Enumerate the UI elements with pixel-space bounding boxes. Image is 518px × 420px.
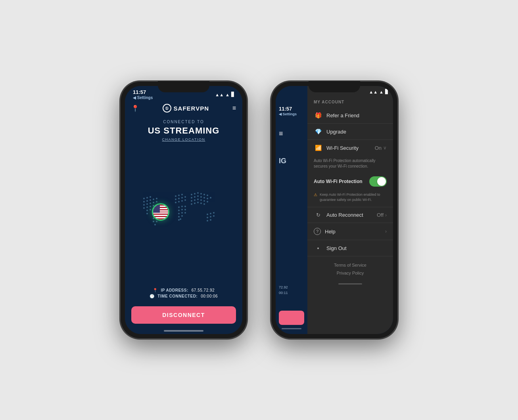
upgrade-icon: 💎 (314, 128, 322, 135)
svg-point-15 (150, 206, 151, 207)
svg-point-80 (207, 217, 208, 218)
svg-point-73 (194, 202, 196, 204)
svg-point-45 (184, 209, 186, 210)
left-phone: 11:57 ◀ Settings ▲▲ ▲ ▊ 📍 ① SAFERVPN ≡ (120, 81, 247, 339)
ip-row: 📍 IP ADDRESS: 67.55.72.92 (137, 288, 230, 292)
svg-point-47 (181, 212, 183, 214)
svg-point-37 (178, 201, 180, 202)
svg-point-77 (207, 214, 208, 215)
left-home-indicator (282, 328, 301, 329)
svg-point-8 (143, 204, 145, 206)
back-label-left[interactable]: ◀ Settings (133, 95, 153, 100)
privacy-link[interactable]: Privacy Policy (314, 271, 387, 275)
svg-point-84 (210, 219, 211, 221)
logo-area: ① SAFERVPN (163, 104, 209, 113)
left-status-bar: 11:57 ◀ Settings (276, 106, 307, 118)
disconnect-button[interactable]: DISCONNECT (131, 306, 236, 324)
svg-point-3 (143, 201, 145, 202)
flag-pin-usa (152, 203, 169, 221)
svg-point-30 (178, 195, 180, 196)
svg-point-46 (178, 213, 180, 214)
svg-point-48 (184, 212, 186, 214)
refer-icon: 🎁 (314, 112, 322, 118)
svg-point-29 (175, 195, 177, 197)
svg-point-27 (156, 221, 157, 222)
svg-point-65 (210, 197, 211, 199)
footer-links: Terms of Service Privacy Policy (307, 256, 393, 282)
svg-point-39 (184, 199, 186, 201)
svg-point-57 (203, 194, 205, 195)
menu-item-upgrade[interactable]: 💎 Upgrade (307, 124, 393, 140)
world-map (132, 187, 235, 242)
menu-item-refer[interactable]: 🎁 Refer a Friend (307, 107, 393, 124)
menu-item-signout[interactable]: ▪ Sign Out (307, 240, 393, 256)
wifi-security-row[interactable]: 📶 Wi-Fi Security On ∨ (307, 140, 393, 156)
svg-point-66 (191, 200, 192, 202)
svg-point-36 (175, 202, 177, 203)
svg-point-76 (203, 203, 205, 205)
left-back[interactable]: ◀ Settings (279, 112, 297, 116)
help-arrow: › (385, 229, 387, 234)
svg-point-35 (184, 196, 186, 198)
left-time: 11:57 (279, 106, 292, 112)
flag-canton (153, 204, 160, 213)
svg-point-54 (194, 193, 196, 195)
svg-point-41 (181, 206, 183, 207)
menu-item-auto-reconnect[interactable]: ↻ Auto Reconnect Off › (307, 207, 393, 223)
auto-wifi-toggle[interactable] (369, 176, 387, 187)
left-partial-text: IG (276, 141, 307, 168)
left-panel: 11:57 ◀ Settings ≡ IG 72.92 00:11 (276, 86, 307, 334)
location-icon[interactable]: 📍 (131, 105, 139, 112)
svg-point-5 (150, 199, 151, 201)
status-time-left: 11:57 (133, 89, 153, 95)
svg-point-11 (153, 202, 154, 203)
svg-point-43 (178, 210, 180, 211)
us-flag (153, 204, 168, 220)
auto-wifi-label: Auto Wi-Fi Protection (314, 179, 369, 184)
right-phone: 11:57 ◀ Settings ≡ IG 72.92 00:11 (271, 81, 398, 339)
nav-bar-left: 📍 ① SAFERVPN ≡ (125, 101, 242, 116)
signout-icon: ▪ (314, 245, 322, 251)
auto-reconnect-arrow: › (385, 212, 387, 218)
wifi-security-chevron: ∨ (383, 145, 387, 151)
svg-point-18 (150, 209, 151, 210)
wifi-security-value: On (375, 145, 382, 151)
svg-point-40 (178, 206, 180, 208)
svg-point-0 (143, 198, 145, 199)
svg-point-62 (200, 196, 202, 198)
svg-point-70 (203, 200, 205, 202)
svg-point-26 (153, 221, 154, 222)
wifi-description: Auto Wi-Fi Protection automatically secu… (307, 156, 393, 173)
ip-label: IP ADDRESS: (161, 288, 188, 292)
logo-circle: ① (163, 104, 171, 113)
svg-point-9 (146, 203, 148, 205)
time-row: 🕐 TIME CONNECTED: 00:00:06 (137, 294, 230, 298)
auto-reconnect-value: Off (377, 212, 384, 218)
map-svg (132, 187, 235, 242)
svg-point-55 (197, 192, 199, 194)
menu-item-help[interactable]: ? Help › (307, 223, 393, 240)
logo-text: SAFERVPN (174, 105, 209, 112)
upgrade-label: Upgrade (326, 129, 387, 135)
svg-point-61 (197, 195, 199, 197)
svg-point-50 (181, 215, 183, 217)
connected-section: CONNECTED TO US STREAMING CHANGE LOCATIO… (125, 116, 242, 144)
help-icon: ? (314, 228, 321, 235)
terms-link[interactable]: Terms of Service (314, 263, 387, 267)
wifi-icon: 📶 (314, 145, 322, 151)
left-disconnect-partial (279, 311, 304, 325)
connected-label: CONNECTED TO (125, 120, 242, 124)
warning-row: ⚠ Keep Auto Wi-Fi Protection enabled to … (307, 191, 393, 207)
svg-point-42 (184, 206, 186, 207)
svg-point-10 (150, 202, 151, 204)
change-location-button[interactable]: CHANGE LOCATION (125, 137, 242, 141)
svg-point-6 (153, 199, 154, 200)
status-icons-left: ▲▲ ▲ ▊ (215, 92, 234, 97)
time-label: TIME CONNECTED: (157, 294, 198, 298)
menu-icon-left[interactable]: ≡ (232, 105, 236, 112)
settings-panel: ▲▲ ▲ ▊ MY ACCOUNT 🎁 Refer a Friend 💎 Upg… (307, 86, 393, 334)
reconnect-icon: ↻ (314, 212, 322, 218)
svg-point-49 (178, 216, 180, 218)
svg-point-67 (194, 199, 196, 201)
home-indicator-right (338, 283, 362, 284)
